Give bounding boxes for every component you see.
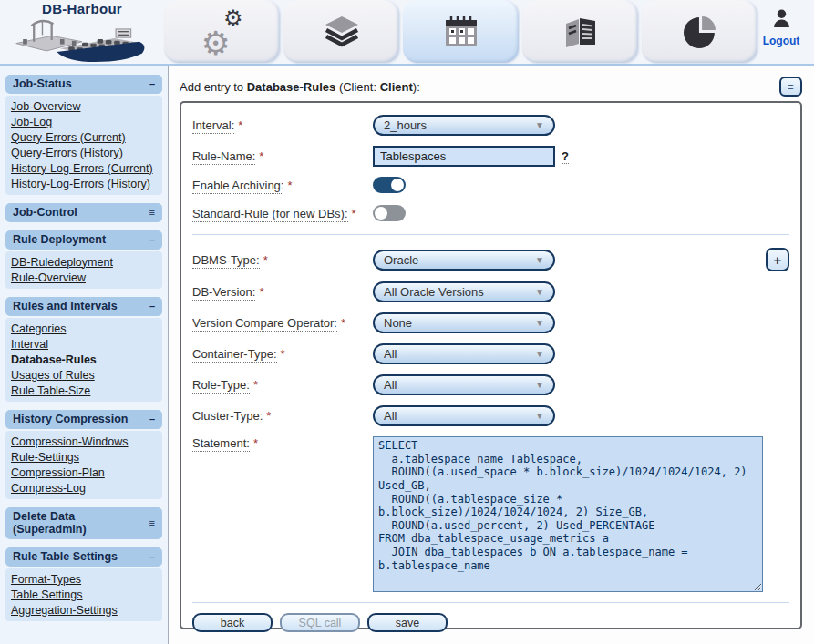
sidebar-item-history-log-errors-current[interactable]: History-Log-Errors (Current) bbox=[9, 160, 159, 176]
sidebar-section-job-status: Job-Status – Job-Overview Job-Log Query-… bbox=[5, 75, 162, 195]
sidebar-item-aggregation-settings[interactable]: Aggregation-Settings bbox=[9, 602, 159, 618]
add-entry-form: Interval:* 2_hours ▼ Rule-Name:* ? Enabl… bbox=[180, 101, 802, 629]
field-row-standard-rule: Standard-Rule (for new DBs):* bbox=[192, 205, 789, 221]
page-title: Add entry to Database-Rules (Client: Cli… bbox=[180, 77, 420, 94]
role-type-selected-value: All bbox=[384, 378, 397, 392]
cluster-type-label: Cluster-Type: bbox=[192, 409, 263, 424]
collapse-icon[interactable]: – bbox=[149, 301, 155, 312]
form-menu-button[interactable]: ≡ bbox=[779, 77, 802, 97]
standard-rule-toggle[interactable] bbox=[373, 205, 406, 221]
harbour-ship-logo bbox=[9, 16, 155, 62]
tab-layers[interactable] bbox=[283, 0, 399, 63]
page-title-suffix: ): bbox=[413, 80, 420, 94]
sidebar-item-compression-plan[interactable]: Compression-Plan bbox=[9, 465, 159, 480]
tab-reports[interactable] bbox=[642, 0, 757, 63]
sidebar-item-query-errors-current[interactable]: Query-Errors (Current) bbox=[9, 129, 159, 145]
rule-name-label: Rule-Name: bbox=[192, 149, 255, 165]
gear-small-icon: ⚙ bbox=[223, 7, 243, 29]
interval-select[interactable]: 2_hours ▼ bbox=[373, 115, 555, 136]
section-divider bbox=[192, 234, 789, 235]
section-header-delete-data[interactable]: Delete Data (Superadmin) ≡ bbox=[5, 507, 162, 539]
sidebar-item-compression-windows[interactable]: Compression-Windows bbox=[9, 434, 159, 449]
logout-area: Logout bbox=[756, 9, 807, 48]
page-title-entity: Database-Rules bbox=[247, 80, 336, 94]
save-button[interactable]: save bbox=[367, 613, 448, 632]
field-label: Rule-Name:* bbox=[192, 149, 373, 163]
field-label: Version Compare Operator:* bbox=[192, 316, 373, 330]
required-marker: * bbox=[238, 118, 242, 132]
interval-label: Interval: bbox=[192, 118, 234, 134]
sidebar-item-job-log[interactable]: Job-Log bbox=[9, 114, 159, 129]
required-marker: * bbox=[281, 347, 285, 361]
section-header-job-control[interactable]: Job-Control ≡ bbox=[5, 203, 162, 222]
required-marker: * bbox=[259, 285, 263, 299]
collapse-icon[interactable]: – bbox=[149, 414, 155, 424]
sidebar-item-table-settings[interactable]: Table Settings bbox=[9, 587, 159, 602]
chevron-down-icon: ▼ bbox=[535, 411, 544, 421]
db-version-select[interactable]: All Oracle Versions ▼ bbox=[373, 281, 555, 302]
field-row-version-compare-operator: Version Compare Operator:* None ▼ bbox=[192, 312, 789, 333]
calendar-icon bbox=[445, 16, 478, 47]
container-type-selected-value: All bbox=[384, 347, 397, 361]
sidebar-section-job-control: Job-Control ≡ bbox=[5, 203, 162, 222]
required-marker: * bbox=[341, 316, 345, 330]
statement-label: Statement: bbox=[192, 436, 250, 452]
sidebar-item-rule-settings[interactable]: Rule-Settings bbox=[9, 449, 159, 465]
sql-call-button[interactable]: SQL call bbox=[280, 613, 360, 632]
sidebar-item-interval[interactable]: Interval bbox=[9, 336, 159, 352]
sidebar-item-query-errors-history[interactable]: Query-Errors (History) bbox=[9, 145, 159, 160]
dbms-type-select[interactable]: Oracle ▼ bbox=[373, 250, 555, 271]
tab-journal[interactable] bbox=[522, 0, 638, 63]
cluster-type-select[interactable]: All ▼ bbox=[373, 405, 555, 426]
sidebar-item-job-overview[interactable]: Job-Overview bbox=[9, 98, 159, 114]
collapse-icon[interactable]: – bbox=[149, 551, 155, 562]
enable-archiving-toggle[interactable] bbox=[373, 177, 406, 193]
field-label: Cluster-Type:* bbox=[192, 409, 373, 423]
sidebar-item-usages-of-rules[interactable]: Usages of Rules bbox=[9, 367, 159, 383]
back-button[interactable]: back bbox=[192, 613, 273, 632]
expand-icon[interactable]: ≡ bbox=[149, 207, 155, 218]
pie-chart-icon bbox=[684, 15, 716, 48]
sidebar-section-rules-and-intervals: Rules and Intervals – Categories Interva… bbox=[5, 297, 162, 402]
sidebar-item-compress-log[interactable]: Compress-Log bbox=[9, 480, 159, 496]
cluster-type-selected-value: All bbox=[384, 409, 397, 423]
statement-textarea[interactable]: SELECT a.tablespace_name Tablespace, ROU… bbox=[373, 436, 763, 592]
collapse-icon[interactable]: – bbox=[149, 234, 155, 245]
add-rule-block-button[interactable]: + bbox=[766, 248, 789, 271]
tab-scheduler[interactable] bbox=[403, 0, 519, 63]
container-type-select[interactable]: All ▼ bbox=[373, 343, 555, 364]
top-bar: DB-Harbour ⚙ ⚙ bbox=[0, 0, 814, 66]
section-header-history-compression[interactable]: History Compression – bbox=[5, 410, 162, 429]
chevron-down-icon: ▼ bbox=[535, 255, 544, 265]
rule-name-input[interactable] bbox=[373, 146, 555, 167]
sidebar-item-database-rules[interactable]: Database-Rules bbox=[9, 352, 159, 367]
version-compare-operator-select[interactable]: None ▼ bbox=[373, 312, 555, 333]
interval-selected-value: 2_hours bbox=[384, 118, 427, 132]
section-title: Job-Control bbox=[13, 206, 77, 219]
sidebar-item-rule-table-size[interactable]: Rule Table-Size bbox=[9, 383, 159, 398]
section-header-rules-and-intervals[interactable]: Rules and Intervals – bbox=[5, 297, 162, 316]
section-header-rule-table-settings[interactable]: Rule Table Settings – bbox=[5, 547, 162, 567]
logout-link[interactable]: Logout bbox=[763, 35, 800, 47]
db-version-label: DB-Version: bbox=[192, 285, 255, 301]
sidebar-item-rule-overview[interactable]: Rule-Overview bbox=[9, 270, 159, 285]
sidebar-item-format-types[interactable]: Format-Types bbox=[9, 571, 159, 587]
sidebar-item-history-log-errors-history[interactable]: History-Log-Errors (History) bbox=[9, 176, 159, 191]
chevron-down-icon: ▼ bbox=[535, 120, 544, 130]
dbms-type-label: DBMS-Type: bbox=[192, 253, 260, 269]
help-icon[interactable]: ? bbox=[562, 149, 569, 164]
page-title-prefix: Add entry to bbox=[180, 80, 247, 94]
role-type-select[interactable]: All ▼ bbox=[373, 374, 555, 395]
collapse-icon[interactable]: – bbox=[149, 78, 155, 89]
section-header-job-status[interactable]: Job-Status – bbox=[5, 75, 162, 94]
expand-icon[interactable]: ≡ bbox=[149, 517, 155, 528]
field-row-cluster-type: Cluster-Type:* All ▼ bbox=[192, 405, 789, 426]
gear-big-icon: ⚙ bbox=[201, 27, 231, 60]
tab-settings[interactable]: ⚙ ⚙ bbox=[164, 0, 280, 63]
section-header-rule-deployment[interactable]: Rule Deployment – bbox=[5, 230, 162, 250]
version-compare-operator-label: Version Compare Operator: bbox=[192, 316, 337, 332]
sidebar-item-db-ruledeployment[interactable]: DB-Ruledeployment bbox=[9, 254, 159, 270]
sidebar-item-categories[interactable]: Categories bbox=[9, 321, 159, 336]
gears-icon: ⚙ ⚙ bbox=[200, 11, 245, 53]
field-row-statement: Statement:* SELECT a.tablespace_name Tab… bbox=[192, 436, 789, 592]
